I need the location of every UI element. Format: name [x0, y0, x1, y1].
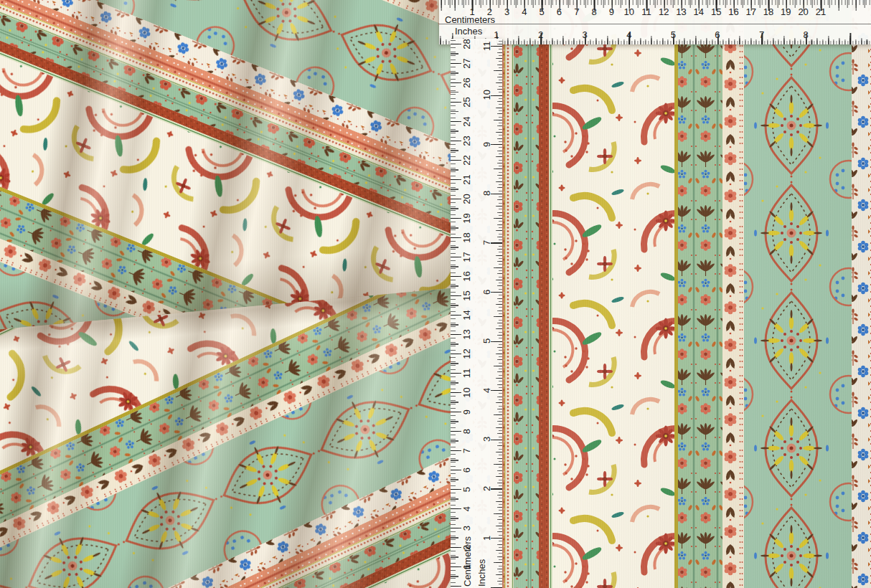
- cm-number: 10: [621, 6, 638, 17]
- cm-number: 9: [457, 402, 476, 421]
- cm-number: 9: [603, 6, 620, 17]
- drape-vignette: [0, 0, 452, 588]
- cm-number: 19: [777, 6, 794, 17]
- cm-number: 4: [457, 499, 476, 518]
- cm-number: 3: [498, 6, 515, 17]
- cm-number: 14: [690, 6, 707, 17]
- cm-number: 21: [812, 6, 829, 17]
- cm-number: 14: [457, 305, 476, 324]
- cm-number: 6: [457, 460, 476, 479]
- inches-label-vertical: Inches: [476, 559, 487, 587]
- cm-number: 24: [457, 112, 476, 131]
- cm-number: 12: [655, 6, 672, 17]
- draped-fabric: [0, 0, 452, 588]
- cm-number: 7: [568, 6, 585, 17]
- inch-ticks-vertical: [491, 39, 502, 588]
- flat-sheen: [451, 0, 871, 588]
- cm-number: 15: [707, 6, 725, 17]
- cm-number: 27: [457, 54, 476, 72]
- cm-number: 13: [672, 6, 689, 17]
- cm-number: 19: [457, 209, 476, 227]
- horizontal-ruler: 123456789101112131415161718192021 Centim…: [439, 0, 871, 44]
- inch-ticks: [439, 33, 871, 44]
- fabric-photo-scene: 123456789101112131415161718192021 Centim…: [0, 0, 871, 588]
- ruler-divider-line: [439, 24, 871, 24]
- flat-fabric: [451, 0, 871, 588]
- cm-number: 8: [585, 6, 603, 17]
- cm-number: 16: [457, 267, 476, 285]
- vertical-ruler: 2827262524232221201918171615141312111098…: [451, 39, 502, 588]
- cm-number-row: 123456789101112131415161718192021: [463, 6, 829, 17]
- cm-number: 11: [638, 6, 655, 17]
- cm-number: 18: [760, 6, 777, 17]
- cm-number: 17: [743, 6, 760, 17]
- cm-number: 20: [794, 6, 811, 17]
- cm-number: 16: [725, 6, 742, 17]
- cm-number: 5: [533, 6, 550, 17]
- cm-number: 22: [457, 151, 476, 169]
- cm-number: 11: [457, 364, 476, 382]
- cm-number: 4: [516, 6, 533, 17]
- cm-number: 6: [550, 6, 568, 17]
